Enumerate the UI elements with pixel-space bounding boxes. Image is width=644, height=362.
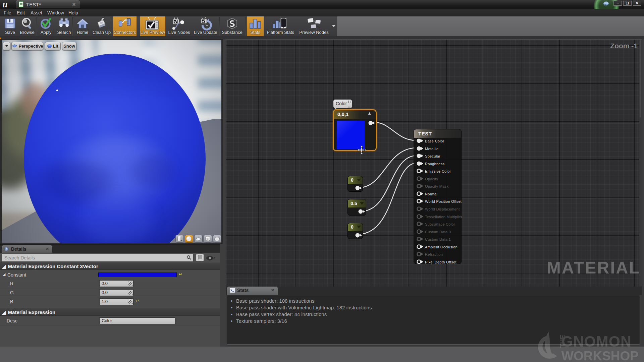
svg-text:World Position Offset: World Position Offset <box>425 199 462 203</box>
svg-text:Pixel Depth Offset: Pixel Depth Offset <box>425 260 457 264</box>
svg-text:Metallic: Metallic <box>425 147 438 151</box>
svg-text:Custom Data 1: Custom Data 1 <box>425 237 451 241</box>
svg-text:Emissive Color: Emissive Color <box>425 169 451 173</box>
svg-text:Opacity: Opacity <box>425 177 438 181</box>
svg-text:WORKSHOP: WORKSHOP <box>561 349 639 362</box>
svg-text:i: i <box>6 247 7 251</box>
svg-text:Ambient Occlusion: Ambient Occlusion <box>425 245 458 249</box>
svg-text:Subsurface Color: Subsurface Color <box>425 222 455 226</box>
svg-text:Custom Data 0: Custom Data 0 <box>425 230 451 234</box>
svg-text:Specular: Specular <box>425 154 440 158</box>
svg-text:Opacity Mask: Opacity Mask <box>425 184 448 188</box>
svg-text:Roughness: Roughness <box>425 162 445 166</box>
svg-text:World Displacement: World Displacement <box>425 207 460 211</box>
svg-text:Normal: Normal <box>425 192 437 196</box>
svg-text:Base Color: Base Color <box>425 139 444 143</box>
svg-text:Refraction: Refraction <box>425 252 443 256</box>
svg-text:Tessellation Multiplier: Tessellation Multiplier <box>425 215 462 219</box>
svg-text:GNOMON: GNOMON <box>561 333 632 350</box>
